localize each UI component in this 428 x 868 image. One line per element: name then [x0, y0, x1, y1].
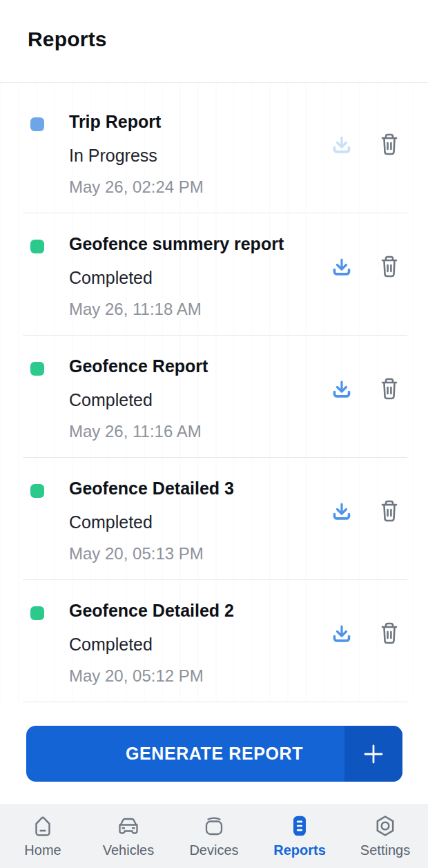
download-button[interactable] [329, 499, 354, 524]
delete-button[interactable] [379, 132, 400, 158]
report-texts: Trip Report In Progress May 26, 02:24 PM [69, 113, 204, 195]
trash-icon [379, 376, 400, 403]
report-timestamp: May 26, 02:24 PM [69, 178, 204, 195]
page-header: Reports [0, 0, 428, 83]
nav-item-settings[interactable]: Settings [342, 805, 428, 868]
report-title: Geofence Report [69, 357, 208, 376]
trash-icon [379, 132, 400, 158]
delete-button[interactable] [379, 499, 400, 525]
report-status: Completed [69, 635, 234, 653]
report-status: In Progress [69, 146, 204, 164]
report-status: Completed [69, 269, 284, 287]
report-title: Geofence Detailed 3 [69, 479, 234, 499]
generate-report-button[interactable]: GENERATE REPORT [26, 726, 402, 782]
status-dot-icon [30, 117, 44, 131]
report-timestamp: May 20, 05:13 PM [69, 545, 234, 562]
nav-item-home[interactable]: Home [0, 805, 86, 868]
report-row[interactable]: Geofence Detailed 3 Completed May 20, 05… [0, 458, 428, 580]
download-icon [329, 621, 354, 646]
download-icon [329, 499, 354, 524]
report-timestamp: May 20, 05:12 PM [69, 667, 234, 684]
report-title: Geofence Detailed 2 [69, 601, 234, 621]
trash-icon [379, 254, 400, 280]
download-button[interactable] [329, 377, 354, 402]
delete-button[interactable] [379, 376, 400, 403]
gear-icon [372, 811, 398, 841]
report-row[interactable]: Trip Report In Progress May 26, 02:24 PM [0, 91, 428, 213]
generate-report-label: GENERATE REPORT [126, 744, 303, 764]
report-row[interactable]: Geofence summery report Completed May 26… [0, 213, 428, 336]
report-timestamp: May 26, 11:16 AM [69, 423, 208, 440]
report-status: Completed [69, 513, 234, 531]
download-button[interactable] [329, 621, 354, 646]
page-title: Reports [28, 28, 428, 51]
bottom-navigation: Home Vehicles Devices [0, 804, 428, 868]
nav-label: Home [24, 842, 61, 858]
report-row[interactable]: Geofence Report Completed May 26, 11:16 … [0, 336, 428, 458]
status-dot-icon [30, 362, 44, 376]
report-texts: Geofence Report Completed May 26, 11:16 … [69, 357, 208, 440]
status-dot-icon [30, 606, 44, 620]
report-row[interactable]: Geofence Detailed 2 Completed May 20, 05… [0, 580, 428, 702]
plus-icon [360, 740, 387, 768]
report-list: Trip Report In Progress May 26, 02:24 PM… [0, 83, 428, 702]
nav-label: Settings [360, 842, 410, 858]
download-icon [329, 377, 354, 402]
delete-button[interactable] [379, 254, 400, 280]
generate-report-container: GENERATE REPORT [0, 702, 428, 782]
status-dot-icon [30, 484, 44, 498]
home-icon [30, 811, 56, 841]
device-icon [200, 811, 228, 841]
trash-icon [379, 499, 400, 525]
nav-item-devices[interactable]: Devices [171, 805, 257, 868]
download-icon [329, 255, 354, 280]
report-texts: Geofence summery report Completed May 26… [69, 235, 284, 318]
report-title: Geofence summery report [69, 235, 284, 254]
trash-icon [379, 621, 400, 647]
report-timestamp: May 26, 11:18 AM [69, 300, 284, 318]
status-dot-icon [30, 240, 44, 253]
generate-report-plus-section[interactable] [344, 726, 402, 782]
nav-label: Devices [189, 842, 238, 858]
report-title: Trip Report [69, 113, 204, 132]
nav-label: Vehicles [103, 842, 155, 858]
nav-item-reports[interactable]: Reports [257, 805, 342, 868]
report-texts: Geofence Detailed 3 Completed May 20, 05… [69, 479, 234, 562]
nav-label: Reports [273, 842, 326, 858]
document-list-icon [286, 811, 313, 841]
download-button[interactable] [329, 133, 354, 157]
report-texts: Geofence Detailed 2 Completed May 20, 05… [69, 601, 234, 684]
nav-item-vehicles[interactable]: Vehicles [86, 805, 171, 868]
download-icon [329, 133, 354, 157]
report-status: Completed [69, 391, 208, 409]
download-button[interactable] [329, 255, 354, 280]
car-icon [115, 811, 142, 841]
delete-button[interactable] [379, 621, 400, 647]
